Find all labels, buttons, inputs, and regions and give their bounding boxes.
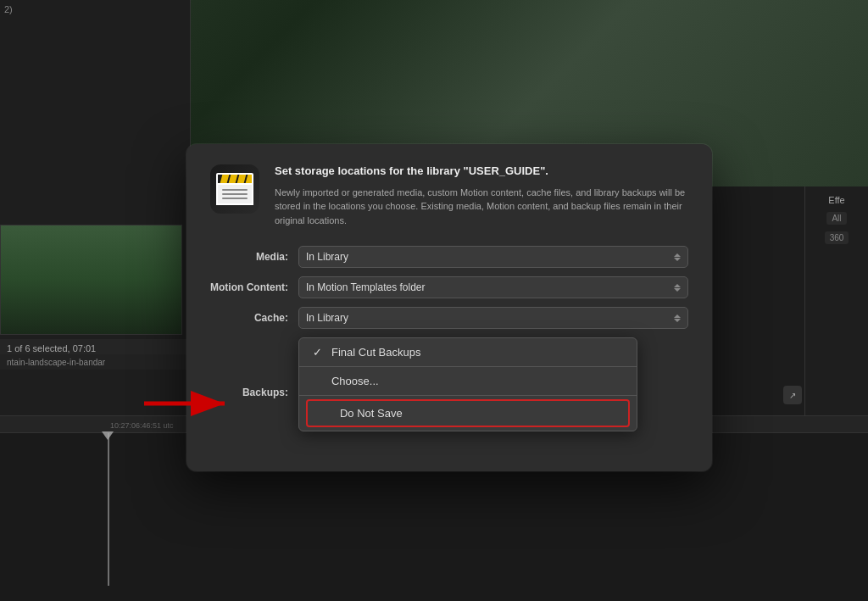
app-icon	[210, 164, 259, 214]
dialog-header: Set storage locations for the library "U…	[210, 164, 688, 227]
arrow-svg	[136, 387, 237, 420]
dropdown-item-do-not-save[interactable]: Do Not Save	[308, 401, 628, 426]
arrow-up-icon	[674, 253, 681, 257]
dropdown-item-label-2: Choose...	[331, 375, 379, 387]
cache-label: Cache:	[210, 312, 288, 324]
motion-content-select-box[interactable]: In Motion Templates folder	[298, 276, 688, 298]
dialog-title-area: Set storage locations for the library "U…	[275, 164, 688, 227]
effects-label: Effe	[828, 195, 844, 205]
red-arrow-indicator	[136, 387, 237, 424]
dropdown-item-final-cut-backups[interactable]: ✓ Final Cut Backups	[299, 338, 637, 366]
filename-text: ntain-landscape-in-bandar	[7, 358, 105, 367]
status-text: 1 of 6 selected, 07:01	[7, 343, 96, 353]
arrow-down-icon	[674, 319, 681, 322]
storage-dialog: Set storage locations for the library "U…	[186, 144, 712, 471]
playhead	[108, 433, 109, 586]
playhead-head	[102, 431, 114, 440]
backups-dropdown-container[interactable]: ✓ Final Cut Backups Choose... Do Not Sav…	[298, 337, 688, 448]
motion-content-select[interactable]: In Motion Templates folder	[298, 276, 688, 298]
counter-label: 2)	[4, 4, 13, 14]
cache-select-box[interactable]: In Library	[298, 307, 688, 329]
dialog-description: Newly imported or generated media, custo…	[275, 186, 688, 228]
arrow-down-icon	[674, 288, 681, 292]
motion-content-value: In Motion Templates folder	[306, 281, 426, 293]
checkmark-icon: ✓	[313, 346, 325, 359]
backups-dropdown-menu: ✓ Final Cut Backups Choose... Do Not Sav…	[298, 337, 637, 431]
expand-button[interactable]: ↗	[783, 386, 802, 404]
media-arrows	[674, 253, 681, 261]
clapperboard-icon	[216, 173, 253, 205]
arrow-up-icon	[674, 314, 681, 318]
dialog-form: Media: In Library Motion Content: In Mot…	[210, 246, 688, 448]
cache-value: In Library	[306, 312, 348, 324]
arrow-down-icon	[674, 258, 681, 261]
motion-content-arrows	[674, 284, 681, 292]
media-value: In Library	[306, 251, 348, 263]
arrow-up-icon	[674, 284, 681, 287]
dropdown-item-label-3: Do Not Save	[340, 407, 403, 420]
360-button[interactable]: 360	[825, 231, 849, 244]
cache-select[interactable]: In Library	[298, 307, 688, 329]
dropdown-item-choose[interactable]: Choose...	[299, 367, 637, 395]
dialog-title: Set storage locations for the library "U…	[275, 164, 688, 179]
filename-bar: ntain-landscape-in-bandar	[0, 354, 191, 370]
media-select-box[interactable]: In Library	[298, 246, 688, 268]
all-button[interactable]: All	[826, 212, 846, 225]
dropdown-item-label-1: Final Cut Backups	[331, 346, 421, 359]
dropdown-divider-2	[299, 395, 637, 396]
cache-arrows	[674, 314, 681, 322]
effects-panel: Effe All 360	[804, 186, 868, 415]
media-select[interactable]: In Library	[298, 246, 688, 268]
do-not-save-highlight: Do Not Save	[306, 399, 630, 427]
motion-content-label: Motion Content:	[210, 281, 288, 293]
thumbnail-left	[0, 225, 182, 335]
media-label: Media:	[210, 251, 288, 263]
